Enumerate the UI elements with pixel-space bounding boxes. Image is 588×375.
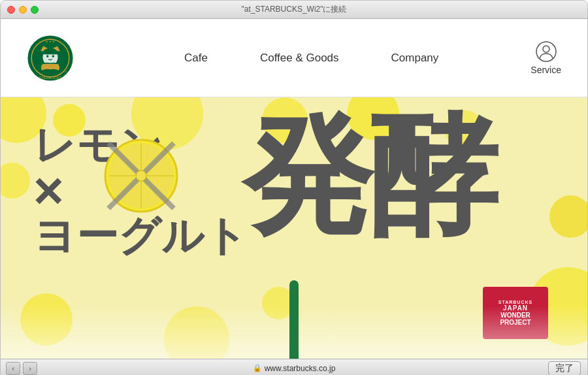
nav-coffee-goods[interactable]: Coffee & Goods <box>260 52 339 65</box>
straw-decor <box>289 280 299 359</box>
minimize-button[interactable] <box>19 6 27 14</box>
title-bar: "at_STARBUCKS_Wi2"に接続 <box>1 1 587 19</box>
maximize-button[interactable] <box>31 6 39 14</box>
browser-window: "at_STARBUCKS_Wi2"に接続 <box>0 0 588 375</box>
lock-icon: 🔒 <box>253 364 262 372</box>
service-area[interactable]: Service <box>531 41 561 75</box>
url-display: www.starbucks.co.jp <box>265 364 336 373</box>
browser-content: STARBUCKS ★ ★ ★ ™ Cafe Coffee & Goods Co… <box>1 19 587 359</box>
svg-point-5 <box>52 55 55 57</box>
back-button[interactable]: ‹ <box>6 362 20 375</box>
svg-point-9 <box>536 42 556 61</box>
service-label: Service <box>531 65 561 75</box>
starbucks-logo: STARBUCKS ★ ★ ★ ™ <box>27 35 74 82</box>
bottom-bar: ‹ › 🔒 www.starbucks.co.jp 完了 <box>1 359 587 375</box>
hero-text-right: 発酵 <box>242 110 491 241</box>
nav-arrows: ‹ › <box>6 362 37 375</box>
lemon-slice <box>102 137 180 218</box>
hero-banner: レモン × ヨーグルト 発酵 <box>1 97 587 359</box>
person-icon <box>536 41 557 62</box>
svg-text:★ ★ ★: ★ ★ ★ <box>46 39 55 42</box>
close-button[interactable] <box>7 6 15 14</box>
logo-area[interactable]: STARBUCKS ★ ★ ★ ™ <box>27 35 92 82</box>
svg-point-19 <box>136 171 146 181</box>
nav-links: Cafe Coffee & Goods Company <box>92 52 531 65</box>
svg-text:STARBUCKS: STARBUCKS <box>39 75 62 79</box>
svg-point-10 <box>543 46 549 52</box>
svg-point-4 <box>46 55 49 57</box>
forward-button[interactable]: › <box>23 362 37 375</box>
navbar: STARBUCKS ★ ★ ★ ™ Cafe Coffee & Goods Co… <box>1 19 587 97</box>
done-button[interactable]: 完了 <box>548 361 581 376</box>
window-title: "at_STARBUCKS_Wi2"に接続 <box>242 4 347 15</box>
nav-cafe[interactable]: Cafe <box>184 52 208 65</box>
nav-company[interactable]: Company <box>391 52 439 65</box>
svg-text:™: ™ <box>64 71 67 74</box>
window-buttons <box>7 6 39 14</box>
address-bar: 🔒 www.starbucks.co.jp <box>253 364 336 373</box>
